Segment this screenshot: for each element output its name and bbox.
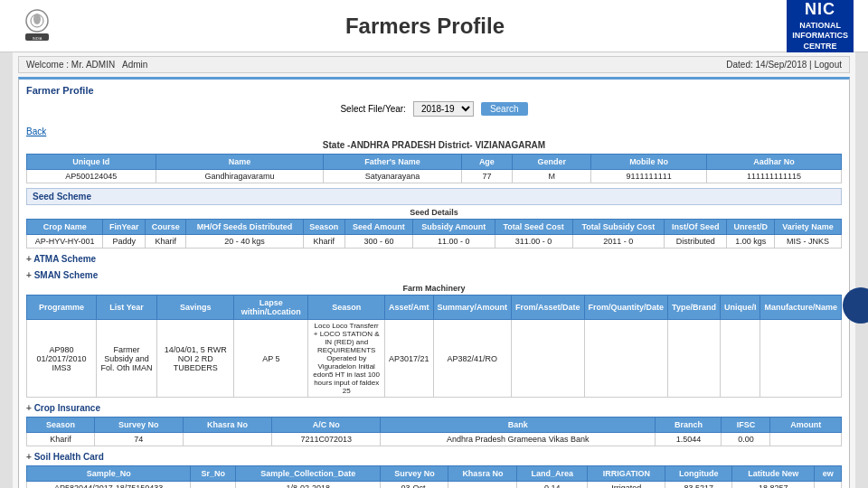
nic-logo: NIC NATIONAL INFORMATICS CENTRE bbox=[787, 0, 854, 56]
cell-gender: M bbox=[512, 170, 590, 183]
table-row: Kharif 74 7211C072013 Andhra Pradesh Gra… bbox=[27, 433, 842, 446]
seed-scheme-header: Seed Scheme bbox=[26, 188, 842, 205]
soil-health-table: Sample_No Sr_No Sample_Collection_Date S… bbox=[26, 465, 842, 488]
col-name: Name bbox=[156, 155, 324, 170]
soil-health-section[interactable]: Soil Health Card bbox=[26, 450, 842, 464]
welcome-text: Welcome : Mr. ADMIN Admin bbox=[26, 60, 147, 70]
cell-father-name: Satyanarayana bbox=[324, 170, 462, 183]
col-unique-id: Unique Id bbox=[27, 155, 156, 170]
page-title: Farmers Profile bbox=[87, 14, 763, 39]
farm-machinery-label: Farm Machinery bbox=[26, 284, 842, 293]
left-sidebar bbox=[0, 52, 13, 488]
nic-logo-container: NIC NATIONAL INFORMATICS CENTRE bbox=[763, 6, 854, 46]
cell-aadhar: 111111111115 bbox=[706, 170, 841, 183]
seed-col-4: Season bbox=[303, 220, 344, 235]
cell-mobile: 9111111111 bbox=[591, 170, 706, 183]
cell-age: 77 bbox=[461, 170, 512, 183]
crop-insurance-section[interactable]: Crop Insurance bbox=[26, 401, 842, 415]
seed-col-7: Total Seed Cost bbox=[495, 220, 572, 235]
seed-col-10: Unrest/D bbox=[727, 220, 774, 235]
seed-col-2: Course bbox=[146, 220, 186, 235]
table-row: AP-HYV-HY-001 Paddy Kharif 20 - 40 kgs K… bbox=[27, 235, 842, 249]
table-row: AP980 01/2017/2010 IMS3 Farmer Subsidy a… bbox=[27, 320, 842, 398]
right-sidebar bbox=[855, 52, 868, 488]
table-row: AP500124045 Gandhiragavaramu Satyanaraya… bbox=[27, 170, 842, 183]
seed-col-0: Crop Name bbox=[27, 220, 103, 235]
seed-col-6: Subsidy Amount bbox=[413, 220, 495, 235]
farmer-box-title: Farmer Profile bbox=[26, 85, 842, 96]
search-button[interactable]: Search bbox=[481, 102, 528, 116]
farm-machinery-table: Programme List Year Savings Lapse within… bbox=[26, 295, 842, 398]
crop-insurance-table: Season Survey No Khasra No A/C No Bank B… bbox=[26, 417, 842, 446]
emblem-icon: INDIA bbox=[14, 6, 60, 46]
year-select[interactable]: 2018-19 2017-18 bbox=[413, 101, 474, 117]
main-area: Welcome : Mr. ADMIN Admin Dated: 14/Sep/… bbox=[0, 52, 868, 488]
seed-col-11: Variety Name bbox=[774, 220, 841, 235]
seed-sub-label: Seed Details bbox=[26, 208, 842, 217]
cell-name: Gandhiragavaramu bbox=[156, 170, 324, 183]
gov-logo: INDIA bbox=[14, 6, 87, 46]
select-label: Select File/Year: bbox=[340, 104, 405, 114]
seed-table: Crop Name FinYear Course MH/Of Seeds Dis… bbox=[26, 219, 842, 249]
seed-col-3: MH/Of Seeds Distributed bbox=[186, 220, 303, 235]
table-row: AP582044/2017-18/75150433 1/8-02-2018 03… bbox=[27, 482, 842, 489]
col-father-name: Father's Name bbox=[324, 155, 462, 170]
cell-unique-id: AP500124045 bbox=[27, 170, 156, 183]
svg-text:INDIA: INDIA bbox=[33, 36, 42, 41]
seed-col-8: Total Subsidy Cost bbox=[572, 220, 664, 235]
sman-scheme-section[interactable]: SMAN Scheme bbox=[26, 268, 842, 282]
col-aadhar: Aadhar No bbox=[706, 155, 841, 170]
state-banner: State -ANDHRA PRADESH District- VIZIANAG… bbox=[26, 140, 842, 150]
seed-col-9: Inst/Of Seed bbox=[665, 220, 727, 235]
back-link[interactable]: Back bbox=[26, 127, 46, 136]
farmer-profile-box: Farmer Profile Select File/Year: 2018-19… bbox=[18, 77, 850, 488]
svg-point-2 bbox=[33, 14, 41, 24]
nav-bar: Welcome : Mr. ADMIN Admin Dated: 14/Sep/… bbox=[18, 56, 850, 73]
seed-col-5: Seed Amount bbox=[344, 220, 412, 235]
content-area: Welcome : Mr. ADMIN Admin Dated: 14/Sep/… bbox=[13, 52, 855, 488]
nav-date: Dated: 14/Sep/2018 | Logout bbox=[726, 60, 842, 70]
col-gender: Gender bbox=[512, 155, 590, 170]
seed-col-1: FinYear bbox=[103, 220, 146, 235]
col-age: Age bbox=[461, 155, 512, 170]
page-header: INDIA Farmers Profile NIC NATIONAL INFOR… bbox=[0, 0, 868, 52]
select-row: Select File/Year: 2018-19 2017-18 Search bbox=[26, 101, 842, 117]
atma-scheme-section[interactable]: ATMA Scheme bbox=[26, 252, 842, 266]
farmer-table: Unique Id Name Father's Name Age Gender … bbox=[26, 154, 842, 183]
col-mobile: Mobile No bbox=[591, 155, 706, 170]
